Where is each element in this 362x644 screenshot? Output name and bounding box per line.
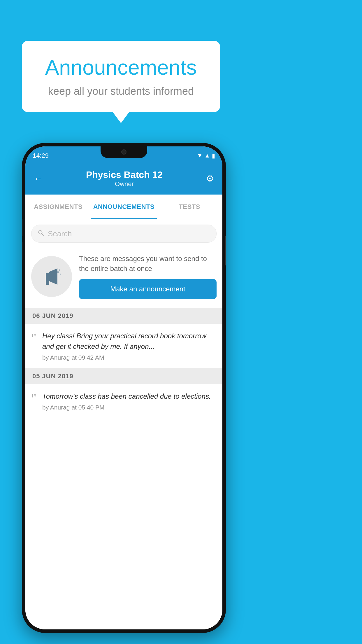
- make-announcement-button[interactable]: Make an announcement: [79, 279, 217, 299]
- announcement-meta-2: by Anurag at 05:40 PM: [42, 404, 217, 411]
- promo-text: These are messages you want to send to t…: [79, 254, 217, 299]
- announcement-text-1: Hey class! Bring your practical record b…: [42, 331, 217, 361]
- app-header: ← Physics Batch 12 Owner ⚙: [25, 162, 222, 195]
- status-time: 14:29: [33, 150, 49, 160]
- power-button[interactable]: [225, 236, 226, 265]
- svg-point-6: [59, 269, 60, 271]
- phone-notch: [101, 146, 147, 158]
- announcement-text-2: Tomorrow's class has been cancelled due …: [42, 391, 217, 411]
- announcement-item-2[interactable]: " Tomorrow's class has been cancelled du…: [25, 384, 222, 418]
- announcement-message-2: Tomorrow's class has been cancelled due …: [42, 391, 217, 402]
- search-bar[interactable]: Search: [31, 225, 217, 243]
- status-icons: ▼ ▲ ▮: [197, 150, 215, 159]
- volume-down-button[interactable]: [22, 242, 22, 260]
- tab-assignments[interactable]: ASSIGNMENTS: [25, 195, 91, 219]
- header-subtitle: Owner: [86, 180, 163, 188]
- tab-tests[interactable]: TESTS: [157, 195, 222, 219]
- tab-bar: ASSIGNMENTS ANNOUNCEMENTS TESTS: [25, 195, 222, 219]
- quote-icon: ": [31, 332, 36, 345]
- svg-rect-4: [46, 279, 49, 285]
- volume-up-button[interactable]: [22, 219, 22, 236]
- quote-icon-2: ": [31, 392, 36, 405]
- wifi-icon: ▼: [197, 152, 203, 159]
- promo-icon-circle: [31, 256, 72, 297]
- battery-icon: ▮: [212, 152, 215, 159]
- tab-announcements[interactable]: ANNOUNCEMENTS: [91, 195, 157, 219]
- search-icon: [37, 229, 44, 238]
- announcement-message-1: Hey class! Bring your practical record b…: [42, 331, 217, 352]
- announcement-meta-1: by Anurag at 09:42 AM: [42, 354, 217, 361]
- speech-bubble: Announcements keep all your students inf…: [22, 41, 220, 112]
- speech-bubble-container: Announcements keep all your students inf…: [22, 41, 220, 112]
- svg-point-7: [60, 274, 61, 275]
- speech-bubble-subtitle: keep all your students informed: [39, 85, 203, 97]
- svg-point-5: [57, 271, 59, 273]
- svg-marker-2: [46, 273, 49, 280]
- promo-description: These are messages you want to send to t…: [79, 254, 217, 273]
- back-button[interactable]: ←: [34, 173, 43, 184]
- date-separator-2: 05 JUN 2019: [25, 368, 222, 384]
- front-camera: [121, 149, 126, 155]
- announcement-promo: These are messages you want to send to t…: [25, 248, 222, 308]
- settings-button[interactable]: ⚙: [206, 173, 214, 184]
- svg-marker-3: [49, 268, 57, 285]
- header-center: Physics Batch 12 Owner: [86, 169, 163, 188]
- search-placeholder: Search: [48, 229, 72, 238]
- signal-icon: ▲: [204, 152, 210, 159]
- screen-content: Search These are messages you: [25, 219, 222, 629]
- announcement-item-1[interactable]: " Hey class! Bring your practical record…: [25, 324, 222, 368]
- svg-line-1: [42, 234, 43, 235]
- header-title: Physics Batch 12: [86, 169, 163, 180]
- phone-screen: 14:29 ▼ ▲ ▮ ← Physics Batch 12 Owner ⚙ A…: [25, 146, 222, 629]
- phone-frame: 14:29 ▼ ▲ ▮ ← Physics Batch 12 Owner ⚙ A…: [22, 143, 226, 633]
- date-separator-1: 06 JUN 2019: [25, 308, 222, 324]
- speech-bubble-title: Announcements: [39, 55, 203, 79]
